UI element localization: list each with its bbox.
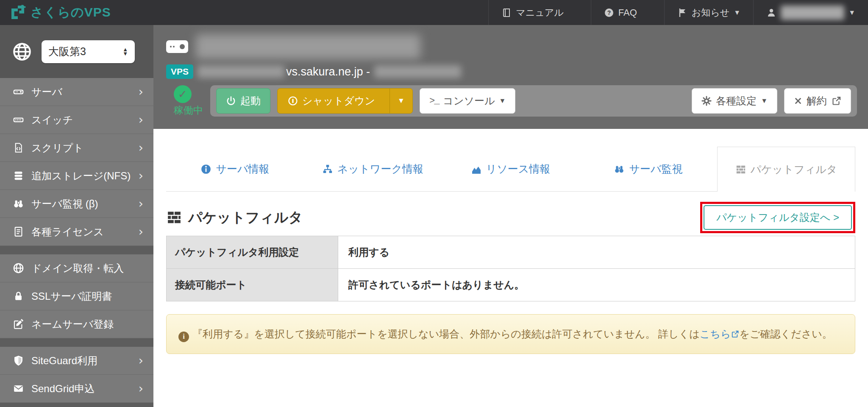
server-header: VPS vs.sakura.ne.jp - ✓ 稼働中 起動	[153, 25, 868, 129]
topnav-item-label: FAQ	[618, 7, 637, 18]
external-link-icon	[641, 8, 651, 18]
sidebar-item-SendGrid申込[interactable]: SendGrid申込›	[0, 375, 153, 403]
question-circle-icon	[604, 8, 614, 18]
close-icon	[794, 97, 802, 105]
topnav-item-マニュアル[interactable]: マニュアル	[488, 0, 591, 25]
tab-パケットフィルタ[interactable]: パケットフィルタ	[717, 147, 855, 192]
chevron-right-icon: ›	[139, 225, 143, 239]
settings-button[interactable]: 各種設定 ▼	[692, 88, 777, 114]
sidebar-item-SSLサーバ証明書[interactable]: SSLサーバ証明書	[0, 282, 153, 310]
table-row: パケットフィルタ利用設定 利用する	[167, 236, 855, 269]
tab-label: リソース情報	[486, 162, 551, 176]
sidebar-item-各種ライセンス[interactable]: 各種ライセンス›	[0, 218, 153, 246]
switch-icon	[13, 114, 24, 125]
region-selector: 大阪第3 ▲▼	[0, 25, 153, 78]
user-icon	[766, 8, 776, 18]
external-link-icon	[831, 96, 841, 106]
table-row: 接続可能ポート 許可されているポートはありません。	[167, 269, 855, 301]
status-check-icon: ✓	[174, 85, 192, 103]
sidebar-item-スイッチ[interactable]: スイッチ›	[0, 106, 153, 134]
hostname-suffix: vs.sakura.ne.jp -	[286, 65, 370, 78]
sidebar-item-スクリプト[interactable]: スクリプト›	[0, 134, 153, 162]
sidebar-item-サーバ監視 (β)[interactable]: サーバ監視 (β)›	[0, 190, 153, 218]
tab-サーバ情報[interactable]: サーバ情報	[166, 147, 304, 191]
domain-globe-icon	[13, 262, 24, 274]
info-note: i『利用する』を選択して接続可能ポートを選択しない場合、外部からの接続は許可され…	[166, 314, 855, 354]
sidebar-item-label: スイッチ	[31, 113, 139, 127]
tab-bar: サーバ情報ネットワーク情報リソース情報サーバ監視パケットフィルタ	[166, 147, 855, 192]
server-icon	[166, 40, 188, 53]
sidebar-item-label: ネームサーバ登録	[31, 318, 132, 331]
chart-icon	[471, 164, 482, 175]
external-link-icon	[132, 320, 143, 329]
content-area: サーバ情報ネットワーク情報リソース情報サーバ監視パケットフィルタ パケットフィル…	[153, 129, 868, 407]
start-button[interactable]: 起動	[216, 88, 270, 114]
mail-icon	[13, 383, 24, 394]
chevron-right-icon: ›	[139, 113, 143, 127]
row-label: パケットフィルタ利用設定	[167, 236, 338, 269]
server-status: ✓ 稼働中	[166, 85, 210, 117]
tab-ネットワーク情報[interactable]: ネットワーク情報	[304, 147, 442, 191]
tab-リソース情報[interactable]: リソース情報	[442, 147, 579, 191]
sidebar-item-label: SendGrid申込	[31, 382, 139, 396]
sidebar-item-label: 追加ストレージ(NFS)	[31, 169, 139, 183]
ip-address-redacted	[374, 65, 461, 78]
topnav-item-label: お知らせ	[692, 6, 730, 19]
shutdown-dropdown-toggle[interactable]: ▼	[389, 89, 412, 113]
binoculars-icon	[13, 198, 24, 209]
packet-filter-settings-button[interactable]: パケットフィルタ設定へ >	[704, 205, 852, 230]
sidebar-item-追加ストレージ(NFS)[interactable]: 追加ストレージ(NFS)›	[0, 162, 153, 190]
sidebar-item-SiteGuard利用[interactable]: SiteGuard利用›	[0, 347, 153, 375]
sidebar-nav: サーバ›スイッチ›スクリプト›追加ストレージ(NFS)›サーバ監視 (β)›各種…	[0, 78, 153, 403]
book-icon	[501, 8, 512, 18]
app-logo-text: さくらのVPS	[31, 4, 111, 21]
vps-badge: VPS	[166, 64, 193, 79]
username-redacted	[781, 6, 844, 20]
bricks-icon	[166, 209, 182, 226]
sidebar-item-label: SiteGuard利用	[31, 354, 139, 368]
top-bar: さくらのVPS マニュアルFAQお知らせ▼▼	[0, 0, 868, 25]
user-menu[interactable]: ▼	[753, 0, 868, 25]
shutdown-button[interactable]: シャットダウン	[278, 89, 385, 113]
kochira-link[interactable]: こちら	[700, 328, 731, 340]
main-area: VPS vs.sakura.ne.jp - ✓ 稼働中 起動	[153, 25, 868, 407]
tab-label: サーバ監視	[629, 162, 682, 176]
chevron-right-icon: ›	[139, 197, 143, 211]
external-link-icon	[132, 264, 143, 273]
info-icon: i	[178, 332, 189, 342]
region-select[interactable]: 大阪第3 ▲▼	[42, 40, 135, 63]
shield-icon	[13, 355, 24, 366]
chevron-right-icon: ›	[139, 85, 143, 99]
page-title: パケットフィルタ	[166, 208, 303, 227]
network-icon	[322, 164, 333, 175]
external-link-icon	[731, 330, 739, 338]
sidebar-item-ネームサーバ登録[interactable]: ネームサーバ登録	[0, 310, 153, 338]
sidebar-item-サーバ[interactable]: サーバ›	[0, 78, 153, 106]
topnav-item-FAQ[interactable]: FAQ	[591, 0, 664, 25]
note-text-after: をご確認ください。	[739, 328, 832, 340]
sakura-vps-app: さくらのVPS マニュアルFAQお知らせ▼▼ 大阪第3 ▲▼ サーバ›スイッチ›…	[0, 0, 868, 407]
cancel-contract-button[interactable]: 解約	[784, 88, 851, 114]
tab-label: パケットフィルタ	[751, 162, 837, 176]
tab-サーバ監視[interactable]: サーバ監視	[579, 147, 717, 191]
sidebar-group-gap	[0, 338, 153, 347]
sidebar: 大阪第3 ▲▼ サーバ›スイッチ›スクリプト›追加ストレージ(NFS)›サーバ監…	[0, 25, 153, 407]
chevron-right-icon: ›	[139, 141, 143, 155]
stop-circle-icon	[288, 96, 298, 106]
sidebar-item-ドメイン取得・転入[interactable]: ドメイン取得・転入	[0, 254, 153, 282]
sidebar-item-label: スクリプト	[31, 141, 139, 155]
shutdown-split-button: シャットダウン ▼	[277, 88, 413, 114]
top-nav: マニュアルFAQお知らせ▼▼	[488, 0, 868, 25]
app-logo[interactable]: さくらのVPS	[0, 0, 111, 25]
storage-icon	[13, 170, 24, 181]
globe-icon	[12, 42, 32, 62]
topnav-item-label: マニュアル	[516, 6, 564, 19]
sidebar-item-label: サーバ	[31, 85, 139, 99]
console-button[interactable]: >_ コンソール ▼	[420, 88, 516, 114]
chevron-right-icon: ›	[139, 382, 143, 396]
binoculars-icon	[614, 164, 625, 175]
hostname-prefix-redacted	[198, 65, 284, 78]
topnav-item-お知らせ[interactable]: お知らせ▼	[664, 0, 753, 25]
packet-filter-table: パケットフィルタ利用設定 利用する 接続可能ポート 許可されているポートはありま…	[166, 236, 855, 301]
select-stepper-icon: ▲▼	[122, 47, 128, 56]
